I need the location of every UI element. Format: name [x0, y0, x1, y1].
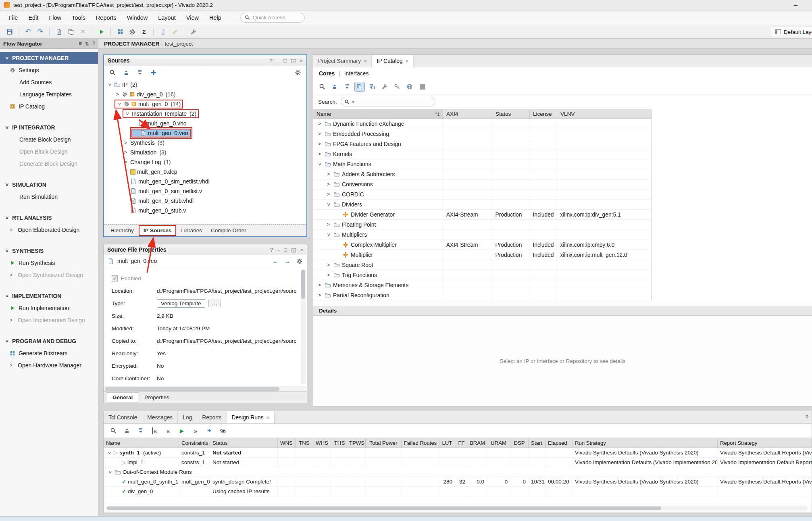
- sources-tab-libraries[interactable]: Libraries: [177, 226, 206, 235]
- search-button[interactable]: [108, 426, 119, 436]
- tab-tcl-console[interactable]: Tcl Console: [104, 411, 142, 423]
- debug-button[interactable]: [188, 27, 199, 37]
- sources-maximize-icon[interactable]: ◱: [291, 58, 296, 64]
- run-row-synth-1[interactable]: >▷synth_1(active)constrs_1Not startedViv…: [104, 448, 812, 458]
- tree-item-mult-gen-0-sim-netlist-v[interactable]: mult_gen_0_sim_netlist.v: [104, 186, 306, 196]
- catalog-row-multipliers[interactable]: >Multipliers: [313, 230, 651, 240]
- add-sources-button[interactable]: [148, 68, 159, 77]
- gear-icon[interactable]: [296, 258, 303, 265]
- expander-icon[interactable]: >: [316, 141, 323, 147]
- search-button[interactable]: [107, 68, 118, 77]
- tree-item-mult-gen-0-dcp[interactable]: mult_gen_0.dcp: [104, 167, 306, 177]
- column-header-wns[interactable]: WNS: [278, 438, 296, 448]
- column-header-axi4[interactable]: AXI4: [443, 109, 492, 119]
- report-button[interactable]: [53, 27, 64, 37]
- edit-button[interactable]: [169, 27, 180, 37]
- expander-icon[interactable]: >: [325, 222, 331, 227]
- license-button[interactable]: [392, 82, 402, 92]
- tree-item-mult-gen-0[interactable]: >mult_gen_0(14): [104, 99, 306, 109]
- hierarchy-view-button[interactable]: [367, 82, 377, 92]
- menu-edit[interactable]: Edit: [23, 13, 44, 23]
- expander-icon[interactable]: >: [325, 181, 331, 187]
- pin-icon[interactable]: ⇅: [85, 41, 89, 47]
- expander-icon[interactable]: >: [326, 202, 331, 208]
- flownav-section-program-and-debug[interactable]: >PROGRAM AND DEBUG: [0, 335, 98, 347]
- tree-item-instantiation-template[interactable]: >Instantiation Template(2): [104, 109, 306, 119]
- properties-tab-general[interactable]: General: [107, 392, 138, 402]
- column-header-dsp[interactable]: DSP: [510, 438, 529, 448]
- tree-item-mult-gen-0-stub-vhdl[interactable]: mult_gen_0_stub.vhdl: [104, 196, 306, 206]
- details-toggle-button[interactable]: [417, 82, 427, 92]
- column-header-total-power[interactable]: Total Power: [366, 438, 402, 448]
- tab-ip-catalog[interactable]: IP Catalog×: [372, 55, 414, 67]
- column-header-tns[interactable]: TNS: [296, 438, 313, 448]
- sum-button[interactable]: Σ: [139, 27, 150, 37]
- expand-all-button[interactable]: [135, 426, 146, 436]
- catalog-row-math-functions[interactable]: >Math Functions: [313, 159, 651, 169]
- catalog-search-input[interactable]: ▾: [341, 97, 435, 106]
- web-button[interactable]: [404, 82, 415, 92]
- flownav-item-create-block-design[interactable]: Create Block Design: [0, 133, 98, 146]
- scrollbar-thumb[interactable]: [105, 387, 279, 391]
- catalog-row-adders-subtracters[interactable]: >Adders & Subtracters: [313, 169, 651, 179]
- flownav-item-generate-bitstream[interactable]: Generate Bitstream: [0, 347, 98, 359]
- sources-help-icon[interactable]: ?: [270, 58, 273, 64]
- flownav-item-open-implemented-design[interactable]: >Open Implemented Design: [0, 314, 98, 326]
- run-button[interactable]: ▶: [177, 426, 187, 436]
- sources-tab-compile-order[interactable]: Compile Order: [207, 226, 250, 235]
- create-runs-button[interactable]: +: [204, 426, 214, 436]
- expander-icon[interactable]: >: [316, 131, 323, 137]
- column-header-report-strategy[interactable]: Report Strategy: [718, 438, 812, 448]
- enabled-checkbox[interactable]: ✓: [112, 275, 118, 281]
- flownav-item-language-templates[interactable]: Language Templates: [0, 88, 98, 100]
- column-header-name[interactable]: Name: [104, 438, 179, 448]
- relative-stats-button[interactable]: %: [218, 426, 228, 436]
- column-header-bram[interactable]: BRAM: [468, 438, 487, 448]
- collapse-all-button[interactable]: [121, 68, 131, 77]
- column-header-start[interactable]: Start: [529, 438, 545, 448]
- redo-button[interactable]: ↷: [35, 27, 46, 37]
- more-button[interactable]: …: [208, 300, 221, 307]
- undo-button[interactable]: ↶: [23, 27, 33, 37]
- go-back-button[interactable]: «: [163, 426, 173, 436]
- minimize-button[interactable]: –: [794, 2, 808, 9]
- flownav-item-run-synthesis[interactable]: Run Synthesis: [0, 257, 98, 269]
- flownav-section-implementation[interactable]: >IMPLEMENTATION: [0, 290, 98, 302]
- copy-button[interactable]: [65, 27, 76, 37]
- column-header-status[interactable]: Status: [210, 438, 278, 448]
- catalog-row-dynamic-function-exchange[interactable]: >Dynamic Function eXchange: [313, 119, 651, 129]
- column-header-run-strategy[interactable]: Run Strategy: [573, 438, 718, 448]
- run-row-div-gen-0[interactable]: ✓div_gen_0Using cached IP results: [104, 487, 812, 496]
- tree-item-mult-gen-0-veo[interactable]: mult_gen_0.veo: [104, 128, 306, 138]
- properties-tab-properties[interactable]: Properties: [139, 393, 175, 402]
- expander-icon[interactable]: >: [325, 262, 331, 268]
- column-header-lut[interactable]: LUT: [439, 438, 455, 448]
- expander-icon[interactable]: >: [107, 469, 113, 475]
- search-button[interactable]: [317, 82, 327, 92]
- column-header-tpws[interactable]: TPWS: [348, 438, 366, 448]
- collapse-all-button[interactable]: [122, 426, 132, 436]
- help-icon[interactable]: ?: [802, 411, 812, 423]
- back-icon[interactable]: ←: [272, 258, 279, 265]
- go-forward-button[interactable]: »: [190, 426, 201, 436]
- tree-item-synthesis[interactable]: >Synthesis(3): [104, 138, 306, 148]
- sources-tab-ip-sources[interactable]: IP Sources: [139, 225, 177, 236]
- column-header-license[interactable]: License: [530, 109, 557, 119]
- run-row-mult-gen-0-synth-1[interactable]: ✓mult_gen_0_synth_1mult_gen_0synth_desig…: [104, 477, 812, 487]
- sources-settings-button[interactable]: [293, 68, 303, 77]
- menu-layout[interactable]: Layout: [153, 13, 181, 23]
- expand-all-button[interactable]: [342, 82, 352, 92]
- tab-project-summary[interactable]: Project Summary×: [313, 55, 372, 67]
- menu-icon[interactable]: ≡: [79, 41, 81, 47]
- sources-minimize-icon[interactable]: –: [277, 58, 279, 64]
- flownav-section-synthesis[interactable]: >SYNTHESIS: [0, 245, 98, 257]
- go-first-button[interactable]: «: [149, 426, 160, 436]
- expander-icon[interactable]: >: [325, 272, 331, 278]
- group-by-category-button[interactable]: [354, 82, 365, 92]
- properties-float-icon[interactable]: □: [284, 247, 287, 253]
- vertical-scrollbar[interactable]: [301, 269, 306, 384]
- flownav-item-run-simulation[interactable]: Run Simulation: [0, 191, 98, 203]
- quick-access-search[interactable]: Quick Access: [240, 13, 305, 23]
- expander-icon[interactable]: >: [316, 151, 323, 157]
- expander-icon[interactable]: >: [106, 450, 112, 456]
